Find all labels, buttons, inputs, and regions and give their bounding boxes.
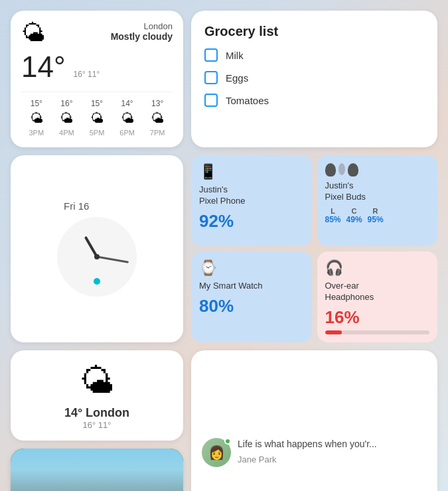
grocery-checkbox-eggs[interactable]: [204, 71, 218, 84]
phone-name: Justin'sPixel Phone: [199, 184, 304, 207]
forecast-icon: 🌤: [112, 111, 143, 126]
clock-second-indicator: [94, 278, 100, 285]
buds-left-label: L: [325, 207, 341, 215]
message-text: Life is what happens when you'r...: [238, 438, 427, 451]
grocery-widget: Grocery list Milk Eggs Tomatoes: [191, 11, 437, 147]
grocery-label-milk: Milk: [226, 50, 244, 61]
forecast-icon: 🌤: [52, 111, 82, 126]
clock-center-dot: [94, 254, 100, 259]
message-content: Life is what happens when you'r... Jane …: [238, 438, 427, 465]
grocery-item-eggs[interactable]: Eggs: [204, 71, 424, 84]
grocery-item-milk[interactable]: Milk: [204, 48, 424, 62]
forecast-temp: 15°: [21, 99, 52, 108]
weather-mini-icon: 🌤: [80, 361, 114, 401]
grocery-label-eggs: Eggs: [226, 72, 248, 84]
grocery-checkbox-milk[interactable]: [204, 48, 218, 62]
clock-face: [57, 217, 137, 297]
weather-temp: 14°: [21, 50, 66, 84]
buds-case-label: C: [346, 207, 362, 215]
forecast-temp: 16°: [52, 99, 82, 108]
buds-name: Justin'sPixel Buds: [325, 180, 430, 203]
grocery-title: Grocery list: [204, 24, 424, 39]
weather-widget: 🌤 London Mostly cloudy 14° 16° 11° 15° 🌤…: [11, 11, 183, 147]
weather-mini-temp: 14° London: [64, 406, 129, 420]
weather-mini-widget: 🌤 14° London 16° 11°: [11, 350, 183, 441]
forecast-time: 4PM: [52, 129, 82, 137]
buds-left-pct: 85%: [325, 215, 341, 224]
buds-right-label: R: [368, 207, 384, 215]
avatar-online-dot: [224, 438, 231, 445]
device-battery-grid: 📱 Justin'sPixel Phone 92% Justin'sPixel …: [191, 155, 437, 342]
clock-widget: Fri 16: [11, 155, 183, 342]
grocery-item-tomatoes[interactable]: Tomatoes: [204, 94, 424, 107]
photo-trees: [11, 470, 183, 491]
watch-battery: 80%: [199, 296, 304, 316]
forecast-temp: 14°: [112, 99, 143, 108]
forecast-item: 15° 🌤 5PM: [82, 99, 112, 137]
device-card-buds[interactable]: Justin'sPixel Buds L 85% C 49% R 95%: [317, 155, 438, 246]
weather-mini-minmax: 16° 11°: [83, 420, 112, 430]
forecast-temp: 15°: [82, 99, 112, 108]
forecast-icon: 🌤: [21, 111, 52, 126]
clock-date: Fri 16: [64, 200, 89, 212]
device-card-phone[interactable]: 📱 Justin'sPixel Phone 92%: [191, 155, 312, 246]
forecast-item: 16° 🌤 4PM: [52, 99, 82, 137]
headphones-icon: 🎧: [325, 259, 430, 277]
forecast-icon: 🌤: [82, 111, 112, 126]
forecast-time: 5PM: [82, 129, 112, 137]
watch-icon: ⌚: [199, 259, 304, 277]
forecast-time: 6PM: [112, 129, 143, 137]
weather-city: London: [111, 21, 173, 31]
buds-levels: L 85% C 49% R 95%: [325, 207, 430, 224]
buds-icon: [325, 163, 430, 176]
photo-widget[interactable]: This week 2 years ago: [11, 449, 183, 491]
weather-condition: Mostly cloudy: [111, 31, 173, 42]
buds-right-pct: 95%: [368, 215, 384, 224]
forecast-temp: 13°: [142, 99, 173, 108]
weather-forecast: 15° 🌤 3PM 16° 🌤 4PM 15° 🌤 5PM 14° 🌤 6PM …: [21, 92, 173, 137]
headphones-name: Over-earHeadphones: [325, 281, 430, 303]
forecast-item: 13° 🌤 7PM: [142, 99, 173, 137]
message-sender: Jane Park: [238, 455, 427, 464]
forecast-time: 7PM: [142, 129, 173, 137]
device-card-headphones[interactable]: 🎧 Over-earHeadphones 16%: [317, 251, 438, 342]
weather-minmax: 16° 11°: [74, 70, 100, 79]
message-header: 👩 Life is what happens when you'r... Jan…: [202, 438, 427, 467]
weather-location: London Mostly cloudy: [111, 21, 173, 42]
forecast-icon: 🌤: [142, 111, 173, 126]
forecast-time: 3PM: [21, 129, 52, 137]
watch-name: My Smart Watch: [199, 281, 304, 292]
buds-case-pct: 49%: [346, 215, 362, 224]
headphones-battery-bar: [325, 330, 430, 334]
photo-background: This week 2 years ago: [11, 449, 183, 491]
weather-main-icon: 🌤: [21, 21, 45, 45]
device-card-watch[interactable]: ⌚ My Smart Watch 80%: [191, 251, 312, 342]
phone-icon: 📱: [199, 163, 304, 180]
avatar-wrap: 👩: [202, 438, 231, 467]
clock-minute-hand: [97, 256, 129, 263]
grocery-label-tomatoes: Tomatoes: [226, 95, 269, 106]
phone-battery: 92%: [199, 211, 304, 232]
forecast-item: 14° 🌤 6PM: [112, 99, 143, 137]
headphones-battery-fill: [325, 330, 342, 334]
forecast-item: 15° 🌤 3PM: [21, 99, 52, 137]
grocery-checkbox-tomatoes[interactable]: [204, 94, 218, 107]
message-widget[interactable]: 👩 Life is what happens when you'r... Jan…: [191, 350, 437, 491]
headphones-battery: 16%: [325, 307, 430, 328]
